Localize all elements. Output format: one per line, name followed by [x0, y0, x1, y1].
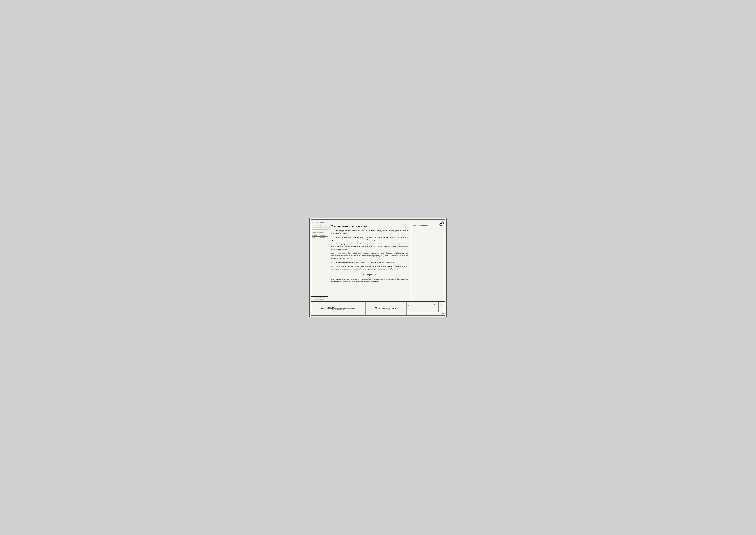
main-content: VII. Установка резервуаров на месте. 7.1…	[328, 222, 411, 301]
sidebar: Изм. Кол. Лист № д. Подп. Дата Разраб. И…	[311, 222, 328, 301]
footer-title-center: Технические условия.	[366, 302, 407, 315]
col-kol: Кол.	[314, 222, 317, 223]
footer-doc-code: 82718	[441, 313, 444, 315]
stamp-row-ruk: Рук. проекта Ильминский	[312, 233, 328, 235]
footer-album-label: Альбом	[431, 302, 438, 303]
stamp-row-prov: Пров. Марков	[312, 226, 328, 228]
stamp-row-nach: Нач. отдела Нач.Маркус	[312, 235, 328, 237]
main-area: Изм. Кол. Лист № д. Подп. Дата Разраб. И…	[311, 222, 445, 301]
stamp-sig-nkontrol: Нач.Маркус	[320, 237, 328, 238]
footer: ЦНИИПРОМЗДАНИЙ 1968г. Резервуары сборные…	[311, 301, 445, 315]
footer-desc-line2: сборные горизонтальные для нефти, нефтеп…	[327, 308, 364, 309]
stamp-row-nkontrol: Н.контр. Нач.Маркус	[312, 237, 328, 238]
footer-desc-line3: ёмкостью 3, 5, 10, 25, 50, 75 и 100 м³	[327, 309, 364, 311]
footer-album: Альбом I	[431, 302, 439, 312]
footer-album-value: I	[431, 303, 438, 305]
footer-desc-line1: Резервуары	[327, 306, 364, 308]
sidebar-org: ГОССТРОЙ СССР ЦНИИПРОМЗДАНИЙ МОСКВА	[311, 296, 328, 301]
para-text-7-1: Резервуары предназначенные для наземного…	[331, 230, 408, 234]
para-num-7-4: 7.4.	[331, 261, 336, 264]
stamp-sig-razrab: Иванов	[320, 224, 328, 225]
para-num-7-2: 7.2.	[331, 242, 336, 245]
footer-right: Типовые проекты Типовые проекты 704-1- 4…	[407, 302, 445, 315]
sidebar-stamps: Разраб. Иванов Пров. Марков Т.контр. Гл.…	[311, 223, 328, 296]
stamp-sig-ruk: Ильминский	[320, 234, 328, 235]
footer-list-label: Лист	[439, 302, 444, 303]
stamp-label-tkontrol: Т.контр.	[312, 228, 320, 229]
stamp-row-utv: Утв. Голованов	[312, 238, 328, 240]
stamp-label-utv: Утв.	[312, 239, 320, 239]
para-text-7-3: Резервуары для подземного хранения нефте…	[331, 252, 408, 259]
right-panel: заводом – изготовителем.	[411, 222, 445, 301]
right-panel-text: заводом – изготовителем.	[413, 225, 444, 226]
para-opory-1: Опоры располагаются под днищами резервуа…	[331, 236, 408, 241]
para-num-7-3: 7.3.	[331, 252, 336, 255]
stamp-sig-tkontrol	[320, 228, 328, 229]
page-number: 46	[440, 222, 442, 224]
footer-left-stamp: ЦНИИПРОМЗДАНИЙ	[311, 302, 319, 315]
stamp-label-razrab: Разраб.	[312, 224, 320, 225]
sidebar-header-rows: Изм. Кол. Лист № д. Подп. Дата	[311, 222, 328, 223]
stamp-label-nkontrol: Н.контр.	[312, 237, 320, 238]
page-number-box: 46	[439, 221, 444, 226]
para-7-4: 7.4. Уровень грунтовых вод должен быть н…	[331, 261, 408, 264]
stamp-row-tkontrol: Т.контр.	[312, 228, 328, 230]
para-num-7-5: 7.5.	[331, 265, 336, 268]
para-text-8-1: Гарантийный срок для завода – изготовите…	[331, 278, 408, 283]
para-7-5: 7.5. Установка технологического оборудов…	[331, 265, 408, 270]
para-7-3: 7.3. Резервуары для подземного хранения …	[331, 252, 408, 260]
stamp-row-gl-inzhener: Гл. инженер проекта Малинин	[312, 232, 328, 233]
footer-year: 1968г.	[319, 302, 325, 315]
footer-list: Лист 6	[439, 302, 445, 312]
outer-border: 46 Изм. Кол. Лист № д. Подп. Дата	[311, 219, 445, 316]
footer-stamp-text: ЦНИИПРОМЗДАНИЙ	[314, 302, 316, 315]
stamp-label-ruk: Рук. проекта	[312, 234, 320, 235]
footer-list-value: 6	[439, 303, 444, 305]
para-num-7-1: 7.1.	[331, 229, 336, 232]
footer-center-title-text: Технические условия.	[375, 307, 397, 310]
stamp-sig-gl: Малинин	[320, 232, 328, 233]
stamp-spacer: Гл. инженер проекта Малинин Рук. проекта…	[312, 232, 328, 240]
para-text-7-5: Установка технологического оборудования …	[331, 265, 408, 270]
stamp-row-razrab: Разраб. Иванов	[312, 224, 328, 226]
stamp-sig-utv: Голованов	[320, 239, 328, 239]
section8-title: VIII. Гарантии.	[331, 273, 408, 276]
footer-right-top: Типовые проекты Типовые проекты 704-1- 4…	[407, 302, 445, 312]
org-name: ГОССТРОЙ СССР	[312, 297, 328, 298]
top-decorative-line	[313, 221, 443, 221]
sidebar-header-row-labels: Изм. Кол. Лист № д. Подп. Дата	[311, 222, 328, 223]
footer-year-text: 1968г.	[320, 308, 324, 309]
para-7-1: 7.1. Резервуары предназначенные для назе…	[331, 229, 408, 235]
stamp-label-nach: Нач. отдела	[312, 235, 320, 236]
footer-std: Типовые проекты Типовые проекты 704-1- 4…	[407, 302, 431, 312]
page: 46 Изм. Кол. Лист № д. Подп. Дата	[310, 218, 446, 317]
para-text-7-4: Уровень грунтовых вод должен быть на 500…	[336, 261, 394, 263]
col-doc: № д.	[320, 222, 323, 223]
col-podp: Подп.	[323, 222, 325, 223]
col-izm: Изм.	[311, 222, 314, 223]
section7-title: VII. Установка резервуаров на месте.	[331, 224, 408, 228]
stamp-sig-prov: Марков	[320, 226, 328, 227]
col-date: Дата	[325, 222, 328, 223]
para-7-2: 7.2. Опоры резервуаров могут быть бетонн…	[331, 242, 408, 251]
footer-ona: Она	[437, 313, 439, 315]
stamp-label-gl: Гл. инженер проекта	[312, 232, 320, 233]
org-city: МОСКВА	[312, 300, 328, 300]
stamp-label-prov: Пров.	[312, 226, 320, 227]
para-8-1: 8.1. Гарантийный срок для завода – изгот…	[331, 278, 408, 283]
footer-std-ref: Типовые проекты 704-1- 42, 43, 44, 45, 4…	[407, 303, 430, 306]
footer-desc: Резервуары сборные горизонтальные для не…	[325, 302, 366, 315]
footer-right-bottom: Она 82718	[407, 312, 445, 315]
col-list: Лист	[317, 222, 320, 223]
stamp-sig-nach: Нач.Маркус	[320, 235, 328, 236]
para-text-7-2: Опоры резервуаров могут быть бетонные, к…	[331, 243, 408, 250]
para-num-8-1: 8.1.	[331, 278, 336, 280]
para-text-opory-1: Опоры располагаются под днищами резервуа…	[331, 236, 408, 241]
